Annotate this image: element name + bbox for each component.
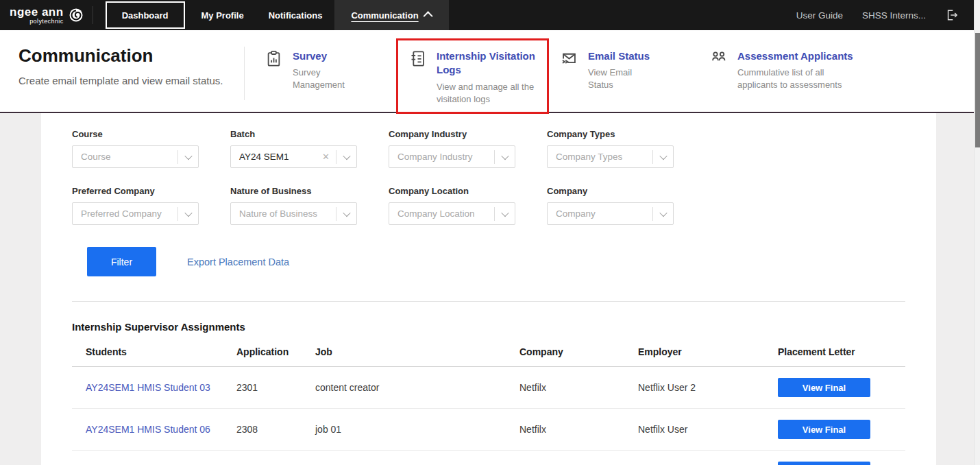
menu-title: Email Status (588, 49, 650, 63)
chevron-down-icon[interactable] (501, 152, 509, 159)
menu-title: Assessment Applicants (737, 49, 881, 63)
header-divider (244, 47, 245, 100)
table-row: AY24SEM1 HMIS Student 06 2308 job 01 Net… (72, 409, 905, 451)
job-cell: job 01 (315, 409, 519, 451)
filter-label: Company Location (389, 186, 515, 196)
company-location-select[interactable]: Company Location (389, 202, 515, 225)
employer-cell: Netfilx User (638, 451, 778, 465)
filter-label: Preferred Company (72, 186, 199, 196)
table-row: AY24SEM1 HMIS Student 03 2301 content cr… (72, 367, 905, 409)
np-logo[interactable]: ngee ann polytechnic (0, 0, 93, 30)
scrollbar[interactable] (974, 0, 980, 465)
view-final-button[interactable]: View Final (778, 420, 870, 439)
view-final-button[interactable]: View Final (778, 378, 870, 397)
menu-item-email-status[interactable]: Email Status View Email Status (560, 49, 650, 92)
navbar-right: User Guide SHSS Interns... (796, 8, 974, 22)
chevron-down-icon[interactable] (659, 208, 667, 216)
column-header-employer: Employer (638, 344, 778, 367)
account-name[interactable]: SHSS Interns... (862, 10, 926, 21)
chevron-down-icon[interactable] (184, 152, 192, 159)
job-cell: content creator (315, 367, 519, 409)
column-header-placement-letter: Placement Letter (778, 344, 905, 367)
notifications-tab[interactable]: Notifications (256, 0, 335, 30)
page-header: Communication Create email template and … (0, 30, 974, 113)
email-send-icon (560, 49, 578, 68)
communication-tab[interactable]: Communication (334, 0, 448, 30)
logo-line2: polytechnic (10, 19, 64, 25)
student-link[interactable]: AY24SEM1 HMIS Student 06 (86, 424, 210, 435)
nav-divider (93, 6, 93, 24)
chevron-down-icon[interactable] (343, 152, 350, 159)
filter-label: Course (72, 129, 199, 139)
column-header-company: Company (519, 344, 638, 367)
filter-label: Company Types (547, 129, 674, 139)
menu-item-assessment-applicants[interactable]: Assessment Applicants Cummulative list o… (709, 49, 881, 92)
logo-line1: ngee ann (10, 6, 64, 18)
menu-title: Internship Visitation Logs (437, 49, 543, 78)
column-header-application: Application (236, 344, 315, 367)
company-types-select[interactable]: Company Types (547, 145, 674, 168)
communication-tab-label: Communication (351, 10, 422, 21)
menu-title: Survey (293, 49, 361, 63)
company-cell: Netfilx (519, 451, 638, 465)
screen: ngee ann polytechnic Dashboard My Profil… (0, 0, 980, 465)
top-navbar: ngee ann polytechnic Dashboard My Profil… (0, 0, 974, 30)
filter-label: Company (547, 186, 674, 196)
batch-select[interactable]: AY24 SEM1 ✕ (230, 145, 357, 168)
content-card: Course Course Batch AY24 SEM1 ✕ Compan (41, 113, 936, 465)
chevron-down-icon[interactable] (184, 208, 192, 216)
export-placement-data-link[interactable]: Export Placement Data (187, 257, 289, 267)
view-final-button[interactable]: View Final (778, 462, 870, 465)
course-select[interactable]: Course (72, 145, 199, 168)
assignments-table: Students Application Job Company Employe… (72, 344, 905, 465)
scrollbar-thumb[interactable] (975, 33, 980, 147)
chevron-down-icon[interactable] (659, 152, 667, 159)
filter-label: Nature of Business (230, 186, 357, 196)
preferred-company-select[interactable]: Preferred Company (72, 202, 199, 225)
filter-button[interactable]: Filter (87, 247, 156, 276)
menu-item-survey[interactable]: Survey Survey Management (265, 49, 361, 92)
employer-cell: Netflix User 2 (638, 367, 778, 409)
filter-label: Batch (230, 129, 357, 139)
content-area: Course Course Batch AY24 SEM1 ✕ Compan (0, 113, 974, 465)
menu-item-internship-visitation-logs[interactable]: Internship Visitation Logs View and mana… (408, 49, 543, 106)
nature-of-business-select[interactable]: Nature of Business (230, 202, 357, 225)
application-cell: 2301 (236, 367, 315, 409)
chevron-down-icon[interactable] (343, 208, 350, 216)
company-cell: Netfilx (519, 367, 638, 409)
filter-actions: Filter Export Placement Data (87, 247, 905, 276)
notebook-icon (408, 49, 427, 68)
filter-grid: Course Course Batch AY24 SEM1 ✕ Compan (72, 129, 905, 225)
company-select[interactable]: Company (547, 202, 674, 225)
dashboard-tab[interactable]: Dashboard (106, 1, 185, 29)
page-subtitle: Create email template and view email sta… (19, 75, 223, 86)
my-profile-tab[interactable]: My Profile (189, 0, 256, 30)
clipboard-chart-icon (265, 49, 283, 68)
people-icon (709, 49, 728, 68)
section-divider (72, 301, 905, 302)
logo-mark-icon (68, 7, 84, 23)
company-industry-select[interactable]: Company Industry (389, 145, 515, 168)
logout-icon[interactable] (945, 8, 959, 22)
application-cell: 2306 (236, 451, 315, 465)
chevron-up-icon (423, 11, 432, 21)
student-link[interactable]: AY24SEM1 HMIS Student 03 (86, 382, 210, 393)
filter-label: Company Industry (389, 129, 515, 139)
table-row: AY24SEM1 HMIS Student 04 2306 job 01 Net… (72, 451, 905, 465)
column-header-job: Job (315, 344, 519, 367)
chevron-down-icon[interactable] (501, 208, 509, 216)
menu-desc: Survey Management (293, 67, 361, 91)
menu-desc: View Email Status (588, 67, 650, 91)
menu-desc: Cummulative list of all applicants to as… (737, 67, 847, 91)
job-cell: job 01 (315, 451, 519, 465)
menu-desc: View and manage all the visitation logs (437, 81, 539, 106)
clear-icon[interactable]: ✕ (322, 152, 330, 162)
application-cell: 2308 (236, 409, 315, 451)
user-guide-link[interactable]: User Guide (796, 10, 843, 21)
column-header-students: Students (72, 344, 236, 367)
table-title: Internship Supervisor Assignments (72, 321, 905, 333)
page-title: Communication (19, 45, 223, 67)
company-cell: Netfilx (519, 409, 638, 451)
employer-cell: Netfilx User (638, 409, 778, 451)
